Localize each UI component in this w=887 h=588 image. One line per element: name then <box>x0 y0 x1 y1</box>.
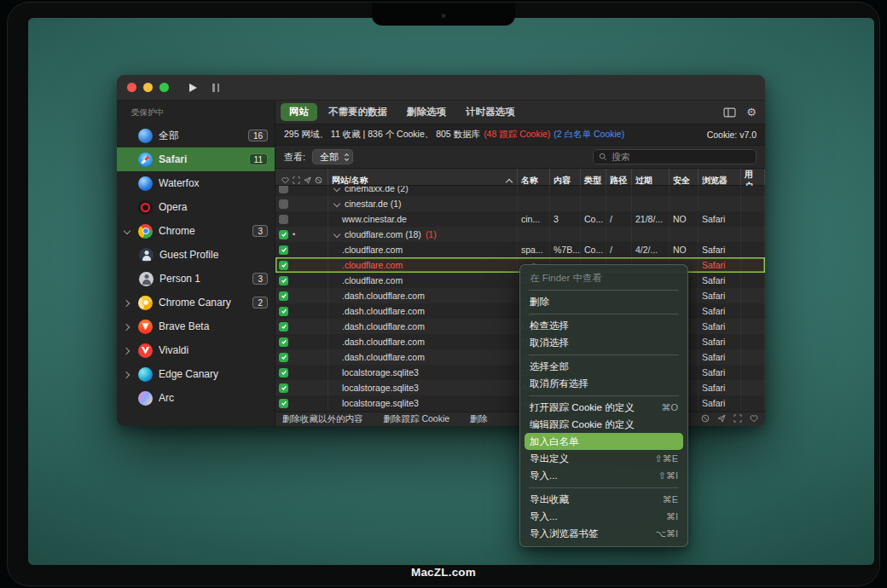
row-checkbox[interactable] <box>279 399 288 408</box>
sidebar-item-chrome-canary[interactable]: Chrome Canary2 <box>117 291 275 314</box>
menu-item[interactable]: 取消选择 <box>520 334 687 351</box>
disclosure-chevron-icon[interactable] <box>122 321 132 331</box>
table-row[interactable]: www.cinestar.decin...3Co.../21/8/...NOSa… <box>275 211 765 227</box>
browser-cell: Safari <box>699 395 741 411</box>
panel-icon[interactable] <box>723 107 736 118</box>
table-row[interactable]: .cloudflare.comspa...%7B...Co.../4/2/...… <box>275 242 765 257</box>
tab-1[interactable]: 网站 <box>281 103 317 121</box>
menu-item[interactable]: 加入白名单 <box>525 433 683 450</box>
row-checkbox[interactable] <box>279 353 288 362</box>
send-icon[interactable] <box>304 176 311 186</box>
search-field[interactable] <box>593 149 757 164</box>
stats-bar: 295 网域、 11 收藏 | 836 个 Cookie、 805 数据库 (4… <box>275 124 765 146</box>
disclosure-chevron-icon[interactable] <box>122 345 132 355</box>
site-cell: www.cinestar.de <box>328 211 518 227</box>
user-cell <box>741 196 765 211</box>
footer-action-1[interactable]: 删除收藏以外的内容 <box>282 413 363 425</box>
sidebar-item-guest-profile[interactable]: Guest Profile <box>117 243 275 267</box>
disclosure-chevron-icon[interactable] <box>122 226 132 236</box>
sidebar-item-opera[interactable]: Opera <box>117 195 275 219</box>
row-checkbox[interactable] <box>279 215 288 224</box>
menu-item[interactable]: 导出定义⇧⌘E <box>520 450 687 467</box>
row-checkbox[interactable] <box>279 199 288 209</box>
zoom-button[interactable] <box>159 83 169 92</box>
search-input[interactable] <box>612 152 751 162</box>
scan-icon[interactable] <box>293 176 300 186</box>
sidebar-item-all[interactable]: 全部16 <box>117 124 275 147</box>
play-icon[interactable] <box>189 84 197 92</box>
sidebar-item-label: Guest Profile <box>159 249 268 261</box>
menu-item-label: 导出定义 <box>530 453 569 465</box>
row-disclosure-icon[interactable] <box>332 186 343 193</box>
sidebar-item-brave-beta[interactable]: Brave Beta <box>117 314 275 338</box>
sidebar-item-edge-canary[interactable]: Edge Canary <box>117 362 275 386</box>
menu-item-label: 选择全部 <box>530 360 569 373</box>
tab-4[interactable]: 计时器选项 <box>457 103 524 121</box>
browser-cell: Safari <box>699 257 741 273</box>
table-row[interactable]: cinemaxx.de (2) <box>275 186 765 196</box>
sidebar-item-vivaldi[interactable]: Vivaldi <box>117 338 275 362</box>
menu-item[interactable]: 选择全部 <box>520 358 687 375</box>
sidebar-item-safari[interactable]: Safari11 <box>117 147 275 171</box>
gear-icon[interactable]: ⚙ <box>746 107 757 118</box>
menu-item[interactable]: 取消所有选择 <box>520 375 687 392</box>
row-controls-cell <box>275 334 328 349</box>
row-checkbox[interactable] <box>279 291 288 301</box>
menu-item[interactable]: 导入...⇧⌘I <box>520 467 687 484</box>
row-controls-cell <box>275 380 328 395</box>
menu-item[interactable]: 导出收藏⌘E <box>520 491 687 508</box>
footer-action-2[interactable]: 删除跟踪 Cookie <box>384 413 450 425</box>
heart-icon[interactable] <box>750 414 758 424</box>
opera-icon <box>138 200 153 215</box>
row-checkbox[interactable] <box>279 322 288 331</box>
table-row[interactable]: cinestar.de (1) <box>275 196 765 211</box>
stats-summary: 295 网域、 11 收藏 | 836 个 Cookie、 805 数据库 <box>284 129 480 141</box>
row-checkbox[interactable] <box>279 276 288 285</box>
heart-icon[interactable] <box>281 176 289 186</box>
row-disclosure-icon[interactable] <box>332 229 343 239</box>
menu-item[interactable]: 在 Finder 中查看 <box>520 269 687 286</box>
block-icon[interactable] <box>315 176 322 186</box>
send-icon[interactable] <box>717 414 726 424</box>
pause-icon[interactable] <box>212 84 219 92</box>
disclosure-chevron-icon[interactable] <box>122 297 132 308</box>
site-cell: .dash.cloudflare.com <box>328 334 518 349</box>
table-row[interactable]: •cloudflare.com (18)(1) <box>275 227 765 242</box>
row-checkbox[interactable] <box>279 186 288 193</box>
sidebar-item-arc[interactable]: Arc <box>117 386 275 410</box>
row-checkbox[interactable] <box>279 337 288 347</box>
sidebar-item-chrome[interactable]: Chrome3 <box>117 219 275 243</box>
path-cell <box>606 227 632 242</box>
type-cell <box>581 196 606 211</box>
disclosure-chevron-icon[interactable] <box>122 369 132 379</box>
row-checkbox[interactable] <box>279 383 288 393</box>
browser-cell <box>699 186 741 196</box>
menu-item[interactable]: 检查选择 <box>520 317 687 334</box>
menu-item[interactable]: 删除 <box>520 293 687 310</box>
sidebar-item-person-1[interactable]: Person 13 <box>117 267 275 291</box>
row-checkbox[interactable] <box>279 261 288 270</box>
minimize-button[interactable] <box>143 83 153 92</box>
footer-action-3[interactable]: 删除 <box>470 413 488 425</box>
menu-item[interactable]: 打开跟踪 Cookie 的定义⌘O <box>520 399 687 416</box>
menu-separator <box>529 487 679 488</box>
menu-item[interactable]: 导入浏览器书签⌥⌘I <box>520 525 687 542</box>
tab-2[interactable]: 不需要的数据 <box>320 103 396 121</box>
row-checkbox[interactable] <box>279 307 288 316</box>
row-checkbox[interactable] <box>279 368 288 378</box>
scan-icon[interactable] <box>733 414 742 424</box>
close-button[interactable] <box>127 83 136 92</box>
menu-item[interactable]: 导入...⌘I <box>520 508 687 525</box>
view-popup-button[interactable]: 全部 <box>312 149 353 164</box>
menu-item[interactable]: 编辑跟踪 Cookie 的定义 <box>520 416 687 433</box>
sidebar-item-waterfox[interactable]: Waterfox <box>117 171 275 195</box>
block-icon[interactable] <box>701 414 710 424</box>
user-cell <box>741 211 765 227</box>
menu-item-shortcut: ⌘O <box>661 402 678 413</box>
row-checkbox[interactable] <box>279 230 288 239</box>
tab-3[interactable]: 删除选项 <box>398 103 455 121</box>
row-checkbox[interactable] <box>279 245 288 255</box>
table-header[interactable]: 网站/名称名称内容类型路径过期安全浏览器用户 <box>275 169 765 186</box>
browser-cell <box>699 196 741 211</box>
row-disclosure-icon[interactable] <box>332 199 343 209</box>
